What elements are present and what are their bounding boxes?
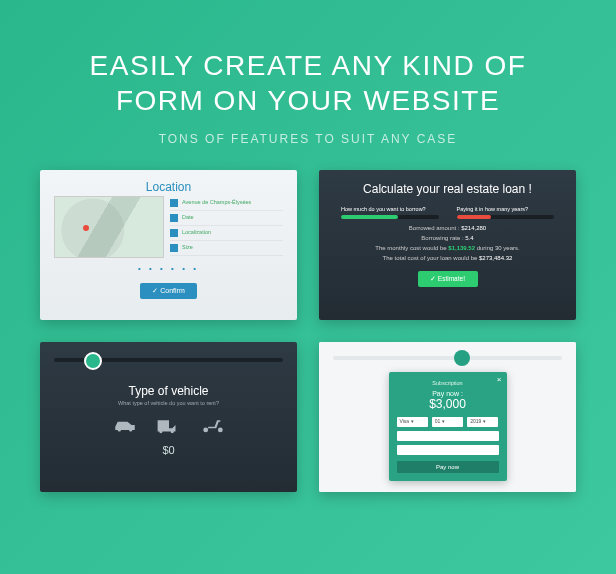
pay-button[interactable]: Pay now (397, 461, 499, 473)
pay-amount: $3,000 (397, 397, 499, 411)
card-location: Location Avenue de Champs-Élysées Date L… (40, 170, 297, 320)
scooter-icon[interactable] (200, 416, 226, 434)
car-icon[interactable] (112, 416, 138, 434)
location-title: Location (40, 170, 297, 196)
card-name-input[interactable] (397, 445, 499, 455)
pay-label: Pay now : (397, 390, 499, 397)
vehicle-title: Type of vehicle (40, 384, 297, 398)
list-item[interactable]: Localization (170, 226, 283, 241)
page-title: EASILY CREATE ANY KIND OF FORM ON YOUR W… (30, 48, 586, 118)
slider-knob[interactable] (454, 350, 470, 366)
list-item[interactable]: Avenue de Champs-Élysées (170, 196, 283, 211)
vehicle-sub: What type of vehicle do you want to rent… (40, 400, 297, 406)
confirm-button[interactable]: ✓ Confirm (140, 283, 196, 299)
amount-slider[interactable] (341, 215, 439, 219)
year-select[interactable]: 2019 ▾ (467, 417, 498, 427)
card-loan: Calculate your real estate loan ! How mu… (319, 170, 576, 320)
calendar-icon (170, 214, 178, 222)
list-item[interactable]: Date (170, 211, 283, 226)
estimate-button[interactable]: ✓ Estimate! (418, 271, 478, 287)
pay-panel: × Subscription Pay now : $3,000 Visa ▾ 0… (389, 372, 507, 481)
card-type-select[interactable]: Visa ▾ (397, 417, 428, 427)
card-vehicle: Type of vehicle What type of vehicle do … (40, 342, 297, 492)
svg-point-0 (203, 427, 208, 432)
loan-line: The total cost of your loan would be $27… (335, 255, 560, 261)
list-item[interactable]: Size (170, 241, 283, 256)
loan-q2: Paying it in how many years? (457, 206, 529, 212)
slider-knob[interactable] (84, 352, 102, 370)
map-icon[interactable] (54, 196, 164, 258)
step-dots: • • • • • • (40, 264, 297, 273)
close-icon[interactable]: × (497, 375, 502, 384)
pay-head: Subscription (397, 380, 499, 386)
page-subtitle: TONS OF FEATURES TO SUIT ANY CASE (30, 132, 586, 146)
loan-q1: How much do you want to borrow? (341, 206, 426, 212)
size-icon (170, 244, 178, 252)
month-select[interactable]: 01 ▾ (432, 417, 463, 427)
progress-slider[interactable] (333, 356, 562, 360)
loan-line: The monthly cost would be $1,139.52 duri… (335, 245, 560, 251)
loan-line: Borrowed amount : $214,280 (335, 225, 560, 231)
vehicle-price: $0 (40, 444, 297, 456)
card-number-input[interactable] (397, 431, 499, 441)
svg-point-1 (217, 427, 222, 432)
pin-icon (170, 229, 178, 237)
years-slider[interactable] (457, 215, 555, 219)
flag-icon (170, 199, 178, 207)
loan-title: Calculate your real estate loan ! (335, 182, 560, 196)
truck-icon[interactable] (156, 416, 182, 434)
map-pin-icon (83, 225, 89, 231)
card-pay: × Subscription Pay now : $3,000 Visa ▾ 0… (319, 342, 576, 492)
loan-line: Borrowing rate : 5.4 (335, 235, 560, 241)
